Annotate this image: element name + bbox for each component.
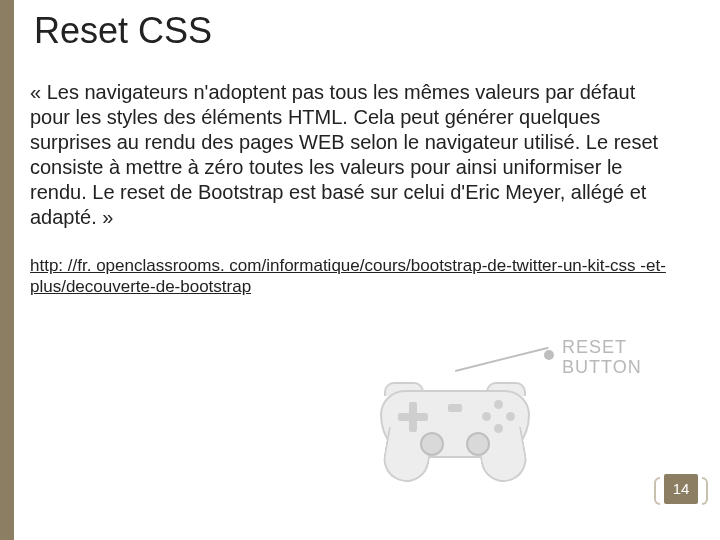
controller-dpad [398,402,428,432]
slide: Reset CSS « Les navigateurs n'adoptent p… [0,0,720,540]
controller-reset-button [448,404,462,412]
left-accent-bar [0,0,14,540]
controller-illustration: RESET BUTTON [370,340,680,490]
controller-stick-left [420,432,444,456]
page-number-badge: 14 [664,474,698,504]
controller-face-buttons [482,400,516,434]
controller-stick-right [466,432,490,456]
source-link[interactable]: http: //fr. openclassrooms. com/informat… [30,255,690,298]
callout-dot-icon [544,350,554,360]
body-paragraph: « Les navigateurs n'adoptent pas tous le… [30,80,670,230]
slide-title: Reset CSS [34,10,212,52]
callout-label: RESET BUTTON [562,338,642,378]
